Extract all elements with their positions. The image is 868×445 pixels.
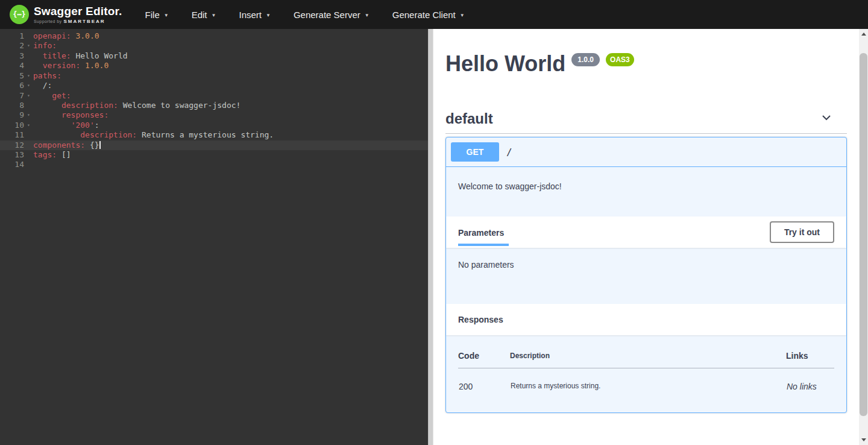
line-number: 6 bbox=[0, 81, 24, 90]
menu-label: Generate Client bbox=[392, 10, 456, 20]
caret-down-icon: ▼ bbox=[266, 13, 271, 18]
editor-line[interactable]: 7▾ get: bbox=[0, 91, 428, 101]
editor-lines: 1openapi: 3.0.02▾info:3 title: Hello Wor… bbox=[0, 31, 428, 170]
editor-line[interactable]: 5▾paths: bbox=[0, 71, 428, 81]
editor-line[interactable]: 12components: {} bbox=[0, 140, 428, 150]
api-title: Hello World bbox=[445, 51, 565, 77]
responses-title: Responses bbox=[458, 315, 503, 324]
code-text: paths: bbox=[33, 71, 61, 81]
fold-gutter-spacer bbox=[24, 160, 33, 169]
code-text: tags: [] bbox=[33, 150, 71, 160]
caret-down-icon: ▼ bbox=[460, 13, 465, 18]
code-text: get: bbox=[33, 91, 71, 101]
menu-item-edit[interactable]: Edit▼ bbox=[184, 5, 224, 25]
column-header-description: Description bbox=[510, 347, 786, 368]
code-text: description: Welcome to swagger-jsdoc! bbox=[33, 101, 241, 110]
fold-arrow-icon[interactable]: ▾ bbox=[24, 71, 33, 81]
line-number: 7 bbox=[0, 91, 24, 101]
responses-table: Code Description Links 200Returns a myst… bbox=[458, 347, 834, 392]
line-number: 4 bbox=[0, 61, 24, 71]
no-parameters-text: No parameters bbox=[446, 248, 846, 304]
fold-gutter-spacer bbox=[24, 31, 33, 41]
version-badge: 1.0.0 bbox=[571, 53, 600, 66]
brand-tagline: Supported bySMARTBEAR bbox=[34, 19, 122, 24]
line-number: 5 bbox=[0, 71, 24, 81]
line-number: 14 bbox=[0, 160, 24, 169]
get-operation-block: GET / Welcome to swagger-jsdoc! Paramete… bbox=[445, 137, 847, 413]
fold-gutter-spacer bbox=[24, 51, 33, 61]
menu-bar: File▼Edit▼Insert▼Generate Server▼Generat… bbox=[138, 5, 480, 25]
editor-line[interactable]: 6▾ /: bbox=[0, 81, 428, 90]
try-it-out-button[interactable]: Try it out bbox=[770, 221, 834, 243]
editor-line[interactable]: 2▾info: bbox=[0, 41, 428, 51]
editor-line[interactable]: 13tags: [] bbox=[0, 150, 428, 160]
menu-label: Edit bbox=[192, 10, 207, 20]
menu-item-generate-server[interactable]: Generate Server▼ bbox=[286, 5, 377, 25]
chevron-down-icon[interactable] bbox=[820, 112, 832, 126]
line-number: 2 bbox=[0, 41, 24, 51]
yaml-code-editor[interactable]: 1openapi: 3.0.02▾info:3 title: Hello Wor… bbox=[0, 29, 428, 445]
fold-arrow-icon[interactable]: ▾ bbox=[24, 110, 33, 120]
scrollbar-thumb[interactable] bbox=[860, 53, 867, 416]
swagger-braces-icon: {⋯} bbox=[10, 5, 29, 24]
main-split: 1openapi: 3.0.02▾info:3 title: Hello Wor… bbox=[0, 29, 868, 445]
scroll-down-arrow-icon[interactable] bbox=[859, 435, 868, 445]
operation-path: / bbox=[506, 147, 512, 158]
editor-line[interactable]: 10▾ '200': bbox=[0, 121, 428, 130]
oas3-badge: OAS3 bbox=[606, 53, 634, 66]
line-number: 3 bbox=[0, 51, 24, 61]
code-text: info: bbox=[33, 41, 57, 51]
column-header-links: Links bbox=[786, 347, 834, 368]
editor-line[interactable]: 14 bbox=[0, 160, 428, 169]
fold-gutter-spacer bbox=[24, 61, 33, 71]
responses-rows: 200Returns a mysterious string.No links bbox=[458, 368, 834, 393]
tag-name: default bbox=[445, 110, 493, 127]
response-links: No links bbox=[786, 368, 834, 393]
http-method-badge: GET bbox=[451, 142, 499, 162]
fold-arrow-icon[interactable]: ▾ bbox=[24, 41, 33, 51]
code-text: openapi: 3.0.0 bbox=[33, 31, 99, 41]
caret-down-icon: ▼ bbox=[164, 13, 169, 18]
swagger-editor-logo[interactable]: {⋯} Swagger Editor. Supported bySMARTBEA… bbox=[10, 5, 122, 24]
vertical-scrollbar[interactable] bbox=[859, 29, 868, 445]
tab-parameters[interactable]: Parameters bbox=[458, 218, 504, 246]
operation-description: Welcome to swagger-jsdoc! bbox=[446, 167, 846, 216]
menu-item-file[interactable]: File▼ bbox=[138, 5, 176, 25]
editor-line[interactable]: 11 description: Returns a mysterious str… bbox=[0, 130, 428, 140]
line-number: 1 bbox=[0, 31, 24, 41]
code-text: '200': bbox=[33, 121, 99, 130]
operation-summary[interactable]: GET / bbox=[446, 137, 846, 167]
editor-line[interactable]: 4 version: 1.0.0 bbox=[0, 61, 428, 71]
response-code: 200 bbox=[458, 368, 510, 393]
pane-splitter[interactable] bbox=[428, 29, 433, 445]
fold-arrow-icon[interactable]: ▾ bbox=[24, 91, 33, 101]
editor-line[interactable]: 9▾ responses: bbox=[0, 110, 428, 120]
line-number: 10 bbox=[0, 121, 24, 130]
scroll-up-arrow-icon[interactable] bbox=[859, 29, 868, 39]
menu-item-generate-client[interactable]: Generate Client▼ bbox=[385, 5, 472, 25]
menu-item-insert[interactable]: Insert▼ bbox=[231, 5, 277, 25]
line-number: 13 bbox=[0, 150, 24, 160]
editor-line[interactable]: 3 title: Hello World bbox=[0, 51, 428, 61]
responses-body: Code Description Links 200Returns a myst… bbox=[446, 335, 846, 412]
code-text: responses: bbox=[33, 110, 108, 120]
fold-gutter-spacer bbox=[24, 130, 33, 140]
editor-line[interactable]: 8 description: Welcome to swagger-jsdoc! bbox=[0, 101, 428, 110]
brand-title: Swagger Editor. bbox=[34, 5, 122, 17]
line-number: 8 bbox=[0, 101, 24, 110]
code-text: title: Hello World bbox=[33, 51, 128, 61]
menu-label: Insert bbox=[239, 10, 262, 20]
caret-down-icon: ▼ bbox=[365, 13, 370, 18]
response-row: 200Returns a mysterious string.No links bbox=[458, 368, 834, 393]
fold-arrow-icon[interactable]: ▾ bbox=[24, 81, 33, 90]
responses-header: Responses bbox=[446, 304, 846, 335]
brand-text: Swagger Editor. Supported bySMARTBEAR bbox=[34, 5, 122, 24]
menu-label: File bbox=[145, 10, 160, 20]
fold-gutter-spacer bbox=[24, 140, 33, 150]
menu-label: Generate Server bbox=[294, 10, 360, 20]
editor-line[interactable]: 1openapi: 3.0.0 bbox=[0, 31, 428, 41]
caret-down-icon: ▼ bbox=[212, 13, 216, 18]
tag-section-header[interactable]: default bbox=[445, 110, 847, 134]
fold-arrow-icon[interactable]: ▾ bbox=[24, 121, 33, 130]
api-info: Hello World 1.0.0 OAS3 bbox=[445, 51, 847, 77]
